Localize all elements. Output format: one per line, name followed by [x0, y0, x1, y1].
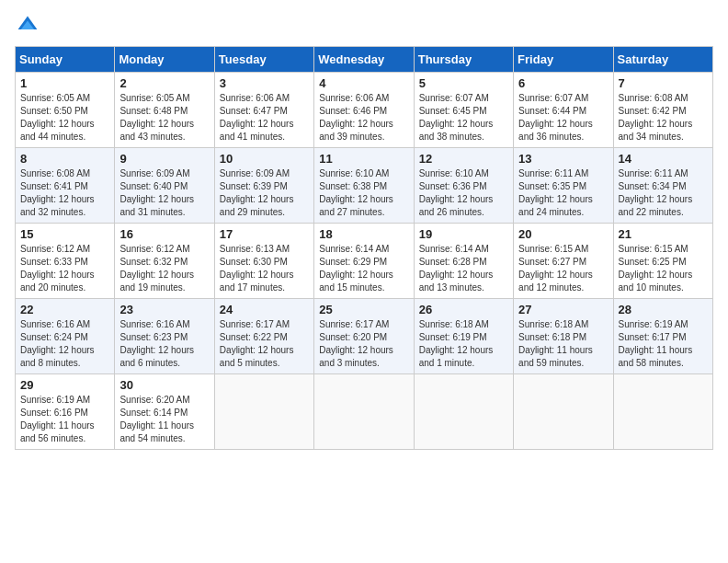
day-number: 23 [119, 303, 209, 316]
day-number: 5 [419, 76, 508, 90]
day-info: Sunrise: 6:12 AMSunset: 6:32 PMDaylight:… [119, 243, 209, 294]
day-info: Sunrise: 6:16 AMSunset: 6:24 PMDaylight:… [20, 318, 109, 370]
day-info: Sunrise: 6:19 AMSunset: 6:17 PMDaylight:… [619, 318, 708, 370]
calendar-header-tuesday: Tuesday [214, 47, 313, 73]
calendar-cell: 10Sunrise: 6:09 AMSunset: 6:39 PMDayligh… [214, 148, 313, 224]
day-info: Sunrise: 6:17 AMSunset: 6:20 PMDaylight:… [319, 318, 408, 370]
day-info: Sunrise: 6:12 AMSunset: 6:33 PMDaylight:… [20, 243, 109, 294]
calendar-cell: 27Sunrise: 6:18 AMSunset: 6:18 PMDayligh… [514, 299, 613, 374]
calendar-header-friday: Friday [514, 47, 613, 73]
calendar-cell: 1Sunrise: 6:05 AMSunset: 6:50 PMDaylight… [16, 73, 115, 148]
day-number: 21 [619, 227, 708, 241]
day-number: 4 [319, 76, 408, 90]
day-info: Sunrise: 6:18 AMSunset: 6:19 PMDaylight:… [419, 318, 508, 370]
calendar-header-saturday: Saturday [613, 47, 712, 73]
calendar-cell: 30Sunrise: 6:20 AMSunset: 6:14 PMDayligh… [115, 374, 214, 450]
calendar-cell [514, 374, 613, 450]
day-number: 28 [619, 303, 708, 316]
calendar-cell [214, 374, 313, 450]
calendar-cell: 24Sunrise: 6:17 AMSunset: 6:22 PMDayligh… [214, 299, 313, 374]
day-number: 19 [419, 227, 508, 241]
calendar-cell: 13Sunrise: 6:11 AMSunset: 6:35 PMDayligh… [514, 148, 613, 224]
day-info: Sunrise: 6:18 AMSunset: 6:18 PMDaylight:… [518, 318, 608, 370]
day-number: 26 [419, 303, 508, 316]
calendar-cell: 7Sunrise: 6:08 AMSunset: 6:42 PMDaylight… [613, 73, 712, 148]
calendar-cell: 26Sunrise: 6:18 AMSunset: 6:19 PMDayligh… [414, 299, 513, 374]
calendar-cell: 9Sunrise: 6:09 AMSunset: 6:40 PMDaylight… [115, 148, 214, 224]
day-info: Sunrise: 6:07 AMSunset: 6:45 PMDaylight:… [419, 92, 508, 144]
calendar-cell: 19Sunrise: 6:14 AMSunset: 6:28 PMDayligh… [414, 224, 513, 299]
day-number: 12 [419, 152, 508, 166]
calendar-cell [414, 374, 513, 450]
day-info: Sunrise: 6:16 AMSunset: 6:23 PMDaylight:… [119, 318, 209, 370]
calendar-cell: 20Sunrise: 6:15 AMSunset: 6:27 PMDayligh… [514, 224, 613, 299]
day-info: Sunrise: 6:11 AMSunset: 6:34 PMDaylight:… [619, 167, 708, 219]
day-number: 15 [20, 227, 109, 241]
calendar-cell: 22Sunrise: 6:16 AMSunset: 6:24 PMDayligh… [16, 299, 115, 374]
day-number: 9 [119, 152, 209, 166]
day-number: 27 [518, 303, 608, 316]
day-number: 2 [119, 76, 209, 90]
day-info: Sunrise: 6:07 AMSunset: 6:44 PMDaylight:… [518, 92, 608, 144]
calendar-cell: 17Sunrise: 6:13 AMSunset: 6:30 PMDayligh… [214, 224, 313, 299]
calendar-cell: 8Sunrise: 6:08 AMSunset: 6:41 PMDaylight… [16, 148, 115, 224]
calendar-cell: 25Sunrise: 6:17 AMSunset: 6:20 PMDayligh… [314, 299, 414, 374]
calendar-cell: 6Sunrise: 6:07 AMSunset: 6:44 PMDaylight… [514, 73, 613, 148]
day-info: Sunrise: 6:08 AMSunset: 6:41 PMDaylight:… [20, 167, 109, 219]
calendar-cell: 3Sunrise: 6:06 AMSunset: 6:47 PMDaylight… [214, 73, 313, 148]
calendar-cell [613, 374, 712, 450]
calendar-week-row: 15Sunrise: 6:12 AMSunset: 6:33 PMDayligh… [16, 224, 713, 299]
day-info: Sunrise: 6:14 AMSunset: 6:28 PMDaylight:… [419, 243, 508, 294]
calendar-cell: 4Sunrise: 6:06 AMSunset: 6:46 PMDaylight… [314, 73, 414, 148]
day-number: 24 [220, 303, 309, 316]
day-info: Sunrise: 6:13 AMSunset: 6:30 PMDaylight:… [220, 243, 309, 294]
day-info: Sunrise: 6:06 AMSunset: 6:47 PMDaylight:… [220, 92, 309, 144]
calendar-cell: 28Sunrise: 6:19 AMSunset: 6:17 PMDayligh… [613, 299, 712, 374]
day-number: 11 [319, 152, 408, 166]
day-number: 22 [20, 303, 109, 316]
day-number: 30 [119, 378, 209, 392]
day-info: Sunrise: 6:17 AMSunset: 6:22 PMDaylight:… [220, 318, 309, 370]
calendar-week-row: 29Sunrise: 6:19 AMSunset: 6:16 PMDayligh… [16, 374, 713, 450]
day-info: Sunrise: 6:10 AMSunset: 6:38 PMDaylight:… [319, 167, 408, 219]
day-number: 8 [20, 152, 109, 166]
calendar-cell: 12Sunrise: 6:10 AMSunset: 6:36 PMDayligh… [414, 148, 513, 224]
day-number: 14 [619, 152, 708, 166]
calendar-cell: 14Sunrise: 6:11 AMSunset: 6:34 PMDayligh… [613, 148, 712, 224]
day-info: Sunrise: 6:05 AMSunset: 6:48 PMDaylight:… [119, 92, 209, 144]
calendar-week-row: 22Sunrise: 6:16 AMSunset: 6:24 PMDayligh… [16, 299, 713, 374]
day-number: 10 [220, 152, 309, 166]
calendar-cell: 5Sunrise: 6:07 AMSunset: 6:45 PMDaylight… [414, 73, 513, 148]
calendar-cell: 16Sunrise: 6:12 AMSunset: 6:32 PMDayligh… [115, 224, 214, 299]
calendar-body: 1Sunrise: 6:05 AMSunset: 6:50 PMDaylight… [16, 73, 713, 450]
calendar-table: SundayMondayTuesdayWednesdayThursdayFrid… [15, 46, 713, 450]
calendar-header-sunday: Sunday [16, 47, 115, 73]
calendar-cell: 18Sunrise: 6:14 AMSunset: 6:29 PMDayligh… [314, 224, 414, 299]
calendar-week-row: 8Sunrise: 6:08 AMSunset: 6:41 PMDaylight… [16, 148, 713, 224]
calendar-header-thursday: Thursday [414, 47, 513, 73]
day-info: Sunrise: 6:09 AMSunset: 6:40 PMDaylight:… [119, 167, 209, 219]
calendar-header-row: SundayMondayTuesdayWednesdayThursdayFrid… [16, 47, 713, 73]
day-info: Sunrise: 6:09 AMSunset: 6:39 PMDaylight:… [220, 167, 309, 219]
day-info: Sunrise: 6:05 AMSunset: 6:50 PMDaylight:… [20, 92, 109, 144]
calendar-cell: 21Sunrise: 6:15 AMSunset: 6:25 PMDayligh… [613, 224, 712, 299]
day-number: 13 [518, 152, 608, 166]
day-number: 20 [518, 227, 608, 241]
day-info: Sunrise: 6:11 AMSunset: 6:35 PMDaylight:… [518, 167, 608, 219]
day-info: Sunrise: 6:08 AMSunset: 6:42 PMDaylight:… [619, 92, 708, 144]
page-header [15, 15, 713, 37]
calendar-cell: 23Sunrise: 6:16 AMSunset: 6:23 PMDayligh… [115, 299, 214, 374]
calendar-cell [314, 374, 414, 450]
logo [15, 15, 39, 37]
calendar-cell: 2Sunrise: 6:05 AMSunset: 6:48 PMDaylight… [115, 73, 214, 148]
calendar-header-monday: Monday [115, 47, 214, 73]
day-number: 29 [20, 378, 109, 392]
day-number: 3 [220, 76, 309, 90]
day-number: 16 [119, 227, 209, 241]
day-number: 17 [220, 227, 309, 241]
day-info: Sunrise: 6:10 AMSunset: 6:36 PMDaylight:… [419, 167, 508, 219]
day-number: 6 [518, 76, 608, 90]
day-info: Sunrise: 6:20 AMSunset: 6:14 PMDaylight:… [119, 394, 209, 445]
calendar-week-row: 1Sunrise: 6:05 AMSunset: 6:50 PMDaylight… [16, 73, 713, 148]
day-number: 25 [319, 303, 408, 316]
